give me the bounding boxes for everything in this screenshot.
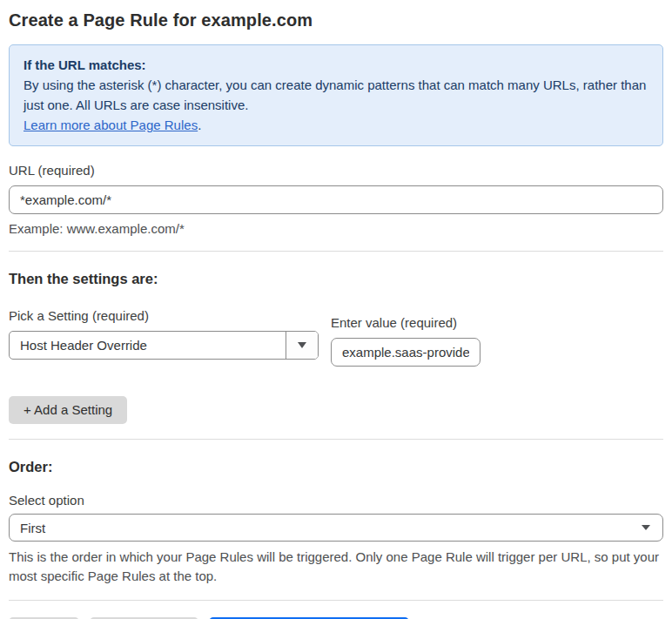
settings-section-heading: Then the settings are: <box>9 271 663 287</box>
link-suffix: . <box>198 118 201 132</box>
order-helper-text: This is the order in which your Page Rul… <box>9 548 663 586</box>
url-input[interactable] <box>9 185 663 214</box>
chevron-down-icon <box>298 342 306 348</box>
setting-picker-label: Pick a Setting (required) <box>9 308 319 323</box>
setting-picker-arrow-button[interactable] <box>286 332 318 359</box>
url-field-label: URL (required) <box>9 163 663 178</box>
settings-row: Pick a Setting (required) Host Header Ov… <box>9 308 663 367</box>
add-setting-button[interactable]: + Add a Setting <box>9 396 127 424</box>
divider <box>9 439 663 440</box>
order-select[interactable]: First <box>9 514 663 542</box>
url-field-group: URL (required) Example: www.example.com/… <box>9 163 663 236</box>
url-match-info-box: If the URL matches: By using the asteris… <box>9 44 663 146</box>
info-box-link-line: Learn more about Page Rules. <box>24 115 648 135</box>
page-title: Create a Page Rule for example.com <box>9 10 663 30</box>
setting-value-input[interactable] <box>331 338 480 367</box>
learn-more-link[interactable]: Learn more about Page Rules <box>24 118 198 132</box>
divider <box>9 251 663 252</box>
order-field-group: Select option First This is the order in… <box>9 493 663 586</box>
order-select-value: First <box>20 521 45 535</box>
setting-value-group: Enter value (required) <box>331 308 480 367</box>
add-setting-wrap: + Add a Setting <box>9 396 663 424</box>
create-page-rule-form: Create a Page Rule for example.com If th… <box>0 0 672 619</box>
divider <box>9 600 663 601</box>
setting-picker-group: Pick a Setting (required) Host Header Ov… <box>9 308 319 360</box>
setting-picker-select[interactable]: Host Header Override <box>9 331 319 360</box>
setting-value-label: Enter value (required) <box>331 315 480 330</box>
url-example-helper: Example: www.example.com/* <box>9 221 663 236</box>
chevron-down-icon <box>642 525 650 530</box>
order-select-label: Select option <box>9 493 663 508</box>
order-section-heading: Order: <box>9 459 663 475</box>
info-box-body: By using the asterisk (*) character, you… <box>24 75 648 115</box>
setting-picker-value: Host Header Override <box>10 332 286 359</box>
info-box-heading: If the URL matches: <box>24 55 648 75</box>
